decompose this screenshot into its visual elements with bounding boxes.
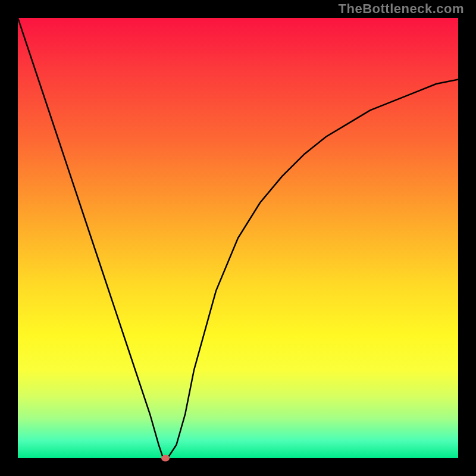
bottleneck-curve [18, 18, 458, 458]
plot-area [18, 18, 458, 458]
curve-svg [18, 18, 458, 458]
watermark: TheBottleneck.com [339, 1, 464, 17]
minimum-marker [161, 455, 170, 462]
